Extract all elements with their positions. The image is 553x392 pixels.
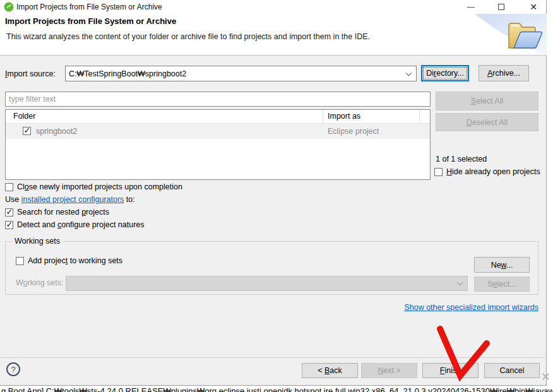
selection-status: 1 of 1 selected: [436, 155, 487, 163]
working-sets-group: Working sets Add project to working sets…: [5, 241, 538, 295]
working-sets-group-title: Working sets: [12, 237, 62, 246]
filter-input[interactable]: [5, 92, 431, 107]
add-to-working-sets-checkbox[interactable]: [16, 257, 24, 265]
detect-natures-label: Detect and configure project natures: [17, 220, 145, 229]
spring-boot-icon: [4, 2, 14, 12]
archive-button[interactable]: Archive...: [479, 65, 529, 81]
table-header: Folder Import as: [6, 110, 430, 124]
help-button[interactable]: ?: [6, 362, 20, 376]
select-all-button[interactable]: Select All: [436, 92, 538, 110]
maximize-button[interactable]: [490, 0, 513, 14]
row-checkbox[interactable]: [23, 127, 31, 135]
column-divider: [419, 110, 420, 124]
configurators-line: Use installed project configurators to:: [5, 195, 135, 204]
wizard-page-title: Import Projects from File System or Arch…: [5, 16, 176, 26]
close-button[interactable]: ✕: [522, 0, 545, 14]
help-icon: ?: [11, 365, 15, 374]
import-projects-dialog: Import Projects from File System or Arch…: [0, 0, 547, 386]
close-icon: ✕: [530, 3, 537, 11]
chevron-down-icon[interactable]: [406, 69, 412, 76]
wizard-banner: Import Projects from File System or Arch…: [0, 14, 547, 56]
close-newly-imported-checkbox[interactable]: [5, 183, 13, 191]
deselect-all-button[interactable]: Deselect All: [436, 113, 538, 131]
title-bar: Import Projects from File System or Arch…: [0, 0, 546, 14]
column-header-import-as[interactable]: Import as: [328, 112, 360, 121]
wizard-page-description: This wizard analyzes the content of your…: [6, 32, 370, 41]
add-to-working-sets-label: Add project to working sets: [28, 256, 122, 265]
hide-open-projects-label: Hide already open projects: [446, 167, 540, 176]
back-button[interactable]: < Back: [302, 363, 358, 378]
add-to-working-sets-checkbox-row[interactable]: Add project to working sets: [16, 256, 122, 265]
import-source-combo[interactable]: C:₩TestSpringBoot₩springboot2: [65, 66, 417, 81]
installed-configurators-link[interactable]: installed project configurators: [21, 195, 124, 204]
row-import-as: Eclipse project: [328, 127, 379, 136]
search-nested-checkbox-row[interactable]: Search for nested projects: [5, 208, 109, 217]
cancel-button[interactable]: Cancel: [484, 363, 540, 378]
close-newly-imported-checkbox-row[interactable]: Close newly imported projects upon compl…: [5, 182, 182, 191]
hide-open-projects-checkbox-row[interactable]: Hide already open projects: [434, 167, 540, 176]
working-sets-field-label: Working sets:: [16, 278, 64, 287]
minimize-icon: [467, 7, 475, 8]
new-working-set-button[interactable]: New...: [474, 257, 530, 273]
background-status-text: g Boot App] C:₩tools₩sts-4.24.0.RELEASE₩…: [1, 386, 553, 392]
finish-button[interactable]: Finish: [422, 363, 479, 378]
working-sets-combo: [66, 276, 468, 291]
detect-natures-checkbox-row[interactable]: Detect and configure project natures: [5, 220, 145, 229]
hide-open-projects-checkbox[interactable]: [434, 168, 443, 176]
projects-table[interactable]: Folder Import as springboot2 Eclipse pro…: [5, 109, 431, 180]
chevron-down-icon: [457, 280, 463, 286]
detect-natures-checkbox[interactable]: [5, 221, 13, 229]
minimize-button[interactable]: [460, 0, 482, 14]
button-bar-divider: [0, 357, 547, 358]
search-nested-label: Search for nested projects: [17, 208, 109, 217]
window-title: Import Projects from File System or Arch…: [16, 0, 162, 14]
next-button[interactable]: Next >: [361, 363, 417, 378]
background-close-icon: ✕: [541, 371, 550, 383]
table-row[interactable]: springboot2 Eclipse project: [6, 124, 430, 139]
show-other-wizards-link[interactable]: Show other specialized import wizards: [404, 303, 538, 312]
select-working-set-button[interactable]: Select...: [474, 276, 530, 292]
close-newly-imported-label: Close newly imported projects upon compl…: [17, 182, 182, 191]
import-folder-icon: [506, 18, 543, 53]
directory-button[interactable]: Directory...: [421, 65, 469, 81]
import-source-label: Import source:: [5, 69, 56, 78]
column-divider: [323, 110, 323, 124]
column-header-folder[interactable]: Folder: [13, 112, 35, 121]
background-status-line: g Boot App] C:₩tools₩sts-4.24.0.RELEASE₩…: [0, 386, 553, 392]
import-source-value: C:₩TestSpringBoot₩springboot2: [69, 69, 186, 78]
maximize-icon: [498, 4, 504, 10]
screen: Import Projects from File System or Arch…: [0, 0, 553, 392]
row-folder-name: springboot2: [36, 127, 77, 136]
search-nested-checkbox[interactable]: [5, 208, 13, 217]
